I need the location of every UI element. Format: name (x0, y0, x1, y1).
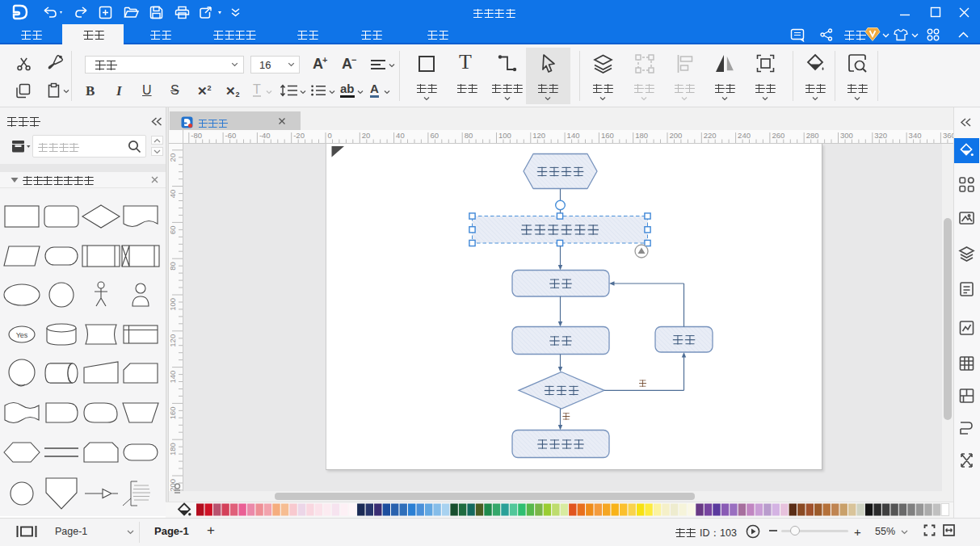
svg-text:340: 340 (909, 131, 922, 140)
svg-text:-80: -80 (191, 131, 202, 140)
svg-text:-20: -20 (293, 131, 305, 140)
svg-text:100: 100 (498, 131, 511, 140)
svg-text:160: 160 (601, 131, 614, 140)
svg-text:300: 300 (840, 131, 853, 140)
svg-text:20: 20 (169, 153, 177, 162)
svg-text:-40: -40 (259, 131, 271, 140)
svg-text:160: 160 (169, 406, 177, 419)
svg-text:40: 40 (169, 190, 177, 199)
svg-text:80: 80 (465, 131, 473, 140)
svg-text:140: 140 (169, 371, 177, 384)
svg-text:180: 180 (169, 443, 177, 456)
svg-text:0: 0 (328, 131, 332, 140)
svg-text:120: 120 (532, 131, 545, 140)
svg-text:60: 60 (430, 131, 439, 140)
svg-text:20: 20 (362, 131, 371, 140)
svg-text:200: 200 (670, 131, 683, 140)
svg-text:Yes: Yes (16, 331, 28, 339)
svg-text:100: 100 (169, 298, 177, 311)
svg-text:80: 80 (169, 262, 177, 271)
svg-text:140: 140 (567, 131, 580, 140)
svg-text:320: 320 (874, 131, 887, 140)
svg-text:120: 120 (169, 334, 177, 347)
svg-text:60: 60 (169, 225, 177, 234)
svg-text:240: 240 (738, 131, 751, 140)
svg-text:180: 180 (635, 131, 648, 140)
svg-text:360: 360 (943, 131, 953, 140)
svg-text:-60: -60 (225, 131, 237, 140)
svg-text:280: 280 (806, 131, 819, 140)
svg-text:40: 40 (396, 131, 405, 140)
svg-text:220: 220 (704, 131, 717, 140)
svg-text:260: 260 (772, 131, 784, 140)
